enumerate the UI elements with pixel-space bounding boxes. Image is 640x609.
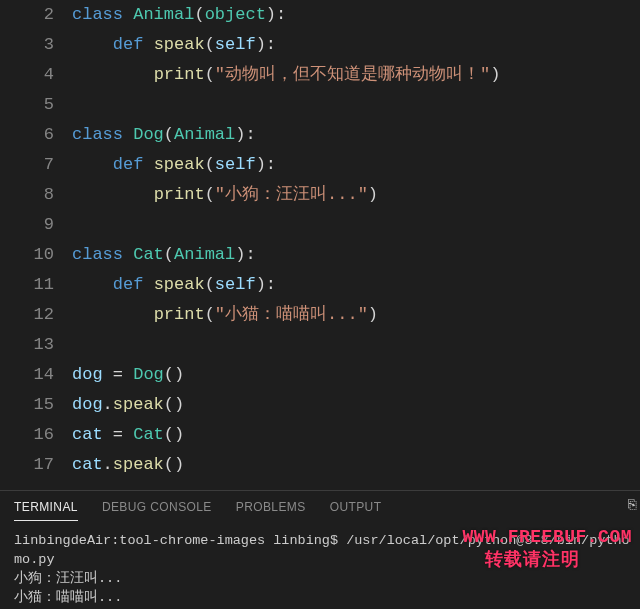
- line-number: 12: [0, 300, 54, 330]
- terminal-output[interactable]: linbingdeAir:tool-chrome-images linbing$…: [0, 521, 640, 607]
- code-line[interactable]: dog.speak(): [72, 390, 640, 420]
- line-number-gutter: 234567891011121314151617: [0, 0, 72, 490]
- code-line[interactable]: class Cat(Animal):: [72, 240, 640, 270]
- line-number: 13: [0, 330, 54, 360]
- line-number: 7: [0, 150, 54, 180]
- line-number: 11: [0, 270, 54, 300]
- tab-terminal[interactable]: TERMINAL: [14, 496, 78, 521]
- code-line[interactable]: [72, 90, 640, 120]
- code-line[interactable]: class Dog(Animal):: [72, 120, 640, 150]
- line-number: 2: [0, 0, 54, 30]
- code-line[interactable]: print("动物叫，但不知道是哪种动物叫！"): [72, 60, 640, 90]
- line-number: 5: [0, 90, 54, 120]
- code-line[interactable]: def speak(self):: [72, 150, 640, 180]
- terminal-line: linbingdeAir:tool-chrome-images linbing$…: [14, 531, 626, 550]
- line-number: 6: [0, 120, 54, 150]
- tab-output[interactable]: OUTPUT: [330, 496, 382, 521]
- code-line[interactable]: cat = Cat(): [72, 420, 640, 450]
- line-number: 16: [0, 420, 54, 450]
- terminal-line: mo.py: [14, 550, 626, 569]
- tab-debug-console[interactable]: DEBUG CONSOLE: [102, 496, 212, 521]
- tab-problems[interactable]: PROBLEMS: [236, 496, 306, 521]
- code-line[interactable]: class Animal(object):: [72, 0, 640, 30]
- panel-tabs: TERMINAL DEBUG CONSOLE PROBLEMS OUTPUT: [0, 491, 640, 521]
- code-line[interactable]: cat.speak(): [72, 450, 640, 480]
- line-number: 9: [0, 210, 54, 240]
- line-number: 14: [0, 360, 54, 390]
- code-line[interactable]: [72, 330, 640, 360]
- code-line[interactable]: def speak(self):: [72, 270, 640, 300]
- line-number: 8: [0, 180, 54, 210]
- line-number: 17: [0, 450, 54, 480]
- code-line[interactable]: dog = Dog(): [72, 360, 640, 390]
- bottom-panel: TERMINAL DEBUG CONSOLE PROBLEMS OUTPUT ⎘…: [0, 490, 640, 609]
- line-number: 4: [0, 60, 54, 90]
- panel-action-icon[interactable]: ⎘: [628, 497, 636, 513]
- terminal-line: 小狗：汪汪叫...: [14, 569, 626, 588]
- code-line[interactable]: print("小狗：汪汪叫..."): [72, 180, 640, 210]
- code-area[interactable]: class Animal(object): def speak(self): p…: [72, 0, 640, 490]
- line-number: 15: [0, 390, 54, 420]
- code-line[interactable]: def speak(self):: [72, 30, 640, 60]
- line-number: 3: [0, 30, 54, 60]
- code-line[interactable]: [72, 210, 640, 240]
- terminal-line: 小猫：喵喵叫...: [14, 588, 626, 607]
- code-line[interactable]: print("小猫：喵喵叫..."): [72, 300, 640, 330]
- code-editor[interactable]: 234567891011121314151617 class Animal(ob…: [0, 0, 640, 490]
- line-number: 10: [0, 240, 54, 270]
